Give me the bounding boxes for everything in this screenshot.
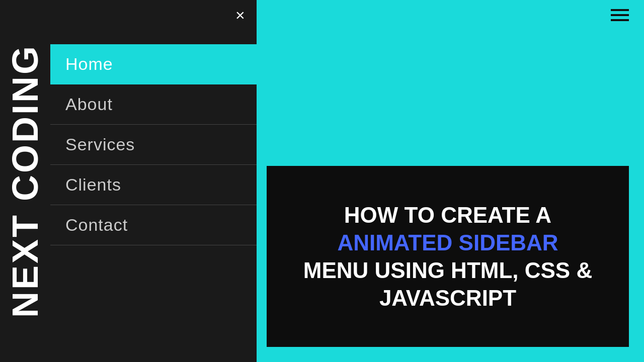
nav-item-services[interactable]: Services xyxy=(50,125,257,165)
hamburger-line-3 xyxy=(611,19,629,21)
sidebar: × NEXT CODING Home About Services Client… xyxy=(0,0,257,362)
hamburger-button[interactable] xyxy=(611,9,629,21)
content-line2: ANIMATED SIDEBAR xyxy=(337,230,558,255)
brand-label: NEXT CODING xyxy=(0,0,50,362)
nav-link-home[interactable]: Home xyxy=(50,44,257,84)
nav-link-contact[interactable]: Contact xyxy=(50,205,257,245)
nav-item-clients[interactable]: Clients xyxy=(50,165,257,205)
content-line4: JAVASCRIPT xyxy=(379,286,516,310)
nav-item-about[interactable]: About xyxy=(50,84,257,125)
hamburger-line-2 xyxy=(611,14,629,16)
nav-link-about[interactable]: About xyxy=(50,84,257,124)
nav-link-clients[interactable]: Clients xyxy=(50,165,257,205)
nav-menu: Home About Services Clients Contact xyxy=(50,44,257,245)
content-line1: HOW TO CREATE A xyxy=(344,203,551,227)
content-box: HOW TO CREATE A ANIMATED SIDEBAR MENU US… xyxy=(267,166,629,347)
brand-text: NEXT CODING xyxy=(7,44,43,318)
nav-item-home[interactable]: Home xyxy=(50,44,257,84)
nav-item-contact[interactable]: Contact xyxy=(50,205,257,245)
content-line3: MENU USING HTML, CSS & xyxy=(303,258,592,283)
close-button[interactable]: × xyxy=(235,7,245,23)
content-text: HOW TO CREATE A ANIMATED SIDEBAR MENU US… xyxy=(303,201,592,312)
hamburger-line-1 xyxy=(611,9,629,11)
nav-link-services[interactable]: Services xyxy=(50,125,257,164)
